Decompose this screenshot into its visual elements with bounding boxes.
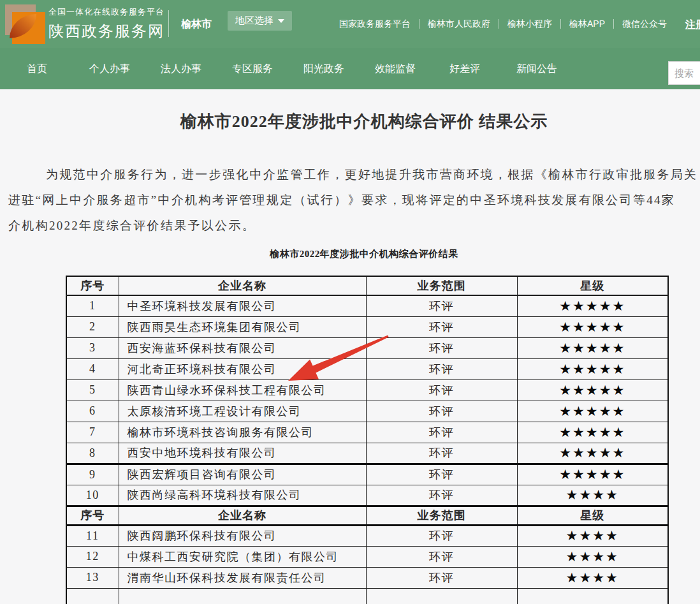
cell-company-name: 陕西宏辉项目咨询有限公司	[119, 464, 366, 485]
nav-item-efficiency[interactable]: 效能监督	[375, 63, 416, 76]
evaluation-results-table: 序号企业名称业务范围星级1中圣环境科技发展有限公司环评★★★★★2陕西雨昊生态环…	[66, 276, 669, 604]
cell-business-scope: 环评	[366, 379, 517, 401]
table-row: 11陕西阔鹏环保科技有限公司环评★★★★	[66, 525, 668, 546]
cell-business-scope: 环评	[366, 485, 517, 506]
column-header: 业务范围	[366, 276, 517, 295]
column-header: 星级	[517, 276, 668, 295]
cell-business-scope: 环评	[366, 422, 517, 443]
cell-business-scope: 环评	[366, 316, 517, 337]
cell-star-rating: ★★★★	[517, 546, 668, 567]
table-row: 8西安中地环境科技有限公司环评★★★★★	[66, 443, 668, 464]
cell-business-scope: 环评	[366, 567, 517, 588]
column-header: 企业名称	[119, 276, 366, 295]
column-header: 星级	[517, 506, 668, 525]
table-row: 7榆林市环境科技咨询服务有限公司环评★★★★★	[66, 422, 668, 443]
page-title: 榆林市2022年度涉批中介机构综合评价 结果公示	[0, 110, 700, 133]
platform-tagline: 全国一体化在线政务服务平台	[48, 6, 164, 18]
column-header: 序号	[66, 276, 119, 295]
cell-company-name: 渭南华山环保科技发展有限责任公司	[119, 567, 366, 588]
chevron-down-icon	[278, 19, 284, 23]
cell-serial-number: 12	[66, 546, 119, 567]
cell-serial-number: 10	[66, 485, 119, 506]
cell-company-name: 陕西尚绿高科环境科技有限公司	[119, 485, 366, 506]
cell-star-rating: ★★★★★	[517, 358, 668, 379]
cell-serial-number: 13	[66, 567, 119, 588]
region-selector-button[interactable]: 地区选择	[228, 11, 292, 31]
cell-serial-number: 8	[66, 443, 119, 464]
current-city-label: 榆林市	[181, 18, 212, 31]
cell-serial-number: 4	[66, 358, 119, 379]
cell-company-name: 中煤科工西安研究院（集团）有限公司	[119, 546, 366, 567]
cell-business-scope: 环评	[366, 546, 517, 567]
site-logo-icon	[5, 4, 43, 43]
cell-star-rating: ★★★★★	[517, 443, 668, 464]
site-title: 陕西政务服务网	[48, 21, 164, 41]
table-row: 2陕西雨昊生态环境集团有限公司环评★★★★★	[66, 316, 668, 337]
cell-company-name: 河北奇正环境科技有限公司	[119, 358, 366, 379]
cell-serial-number: 7	[66, 422, 119, 443]
column-header: 业务范围	[366, 506, 517, 525]
cell-business-scope: 环评	[366, 525, 517, 546]
cell-star-rating: ★★★★★	[517, 295, 668, 316]
column-header: 企业名称	[119, 506, 366, 525]
cell-star-rating: ★★★★★	[517, 464, 668, 485]
nav-item-legal-person[interactable]: 法人办事	[161, 63, 201, 76]
cell-star-rating: ★★★★★	[517, 337, 668, 358]
cell-company-name: 陕西青山绿水环保科技工程有限公司	[119, 379, 366, 401]
nav-item-news[interactable]: 新闻公告	[516, 63, 557, 76]
search-input[interactable]	[668, 61, 700, 85]
region-selector-label: 地区选择	[235, 15, 273, 27]
table-row: 1中圣环境科技发展有限公司环评★★★★★	[66, 295, 668, 316]
table-row: 12中煤科工西安研究院（集团）有限公司环评★★★★	[66, 546, 668, 567]
link-city-government[interactable]: 榆林市人民政府	[428, 18, 490, 30]
link-mini-program[interactable]: 榆林小程序	[507, 18, 552, 30]
nav-item-open-government[interactable]: 阳光政务	[303, 63, 344, 76]
cell-company-name: 西安海蓝环保科技有限公司	[119, 337, 366, 358]
link-national-platform[interactable]: 国家政务服务平台	[339, 18, 411, 30]
register-link[interactable]: 注册	[685, 18, 700, 32]
site-brand: 全国一体化在线政务服务平台 陕西政务服务网	[48, 6, 164, 41]
cell-star-rating: ★★★★	[517, 567, 668, 588]
nav-item-rating[interactable]: 好差评	[449, 63, 480, 76]
cell-company-name: 陕西雨昊生态环境集团有限公司	[119, 316, 366, 337]
announcement-page: 榆林市2022年度涉批中介机构综合评价 结果公示 为规范中介服务行为，进一步强化…	[0, 89, 700, 604]
table-row-partial	[66, 588, 668, 604]
cell-business-scope: 环评	[366, 358, 517, 379]
paragraph-line: 为规范中介服务行为，进一步强化中介监管工作，更好地提升我市营商环境，根据《榆林市…	[8, 166, 697, 183]
link-separator	[419, 19, 419, 29]
cell-company-name: 陕西阔鹏环保科技有限公司	[119, 525, 366, 546]
cell-serial-number: 11	[66, 525, 119, 546]
top-header: 全国一体化在线政务服务平台 陕西政务服务网 榆林市 地区选择 国家政务服务平台 …	[0, 0, 700, 48]
cell-empty	[366, 588, 517, 604]
cell-business-scope: 环评	[366, 464, 517, 485]
cell-serial-number: 5	[66, 379, 119, 401]
brand-divider	[168, 10, 169, 37]
table-header-row: 序号企业名称业务范围星级	[66, 276, 668, 295]
link-separator	[560, 19, 561, 29]
column-header: 序号	[66, 506, 119, 525]
cell-serial-number: 2	[66, 316, 119, 337]
cell-company-name: 西安中地环境科技有限公司	[119, 443, 366, 464]
nav-item-zone-services[interactable]: 专区服务	[232, 63, 273, 76]
nav-item-home[interactable]: 首页	[27, 63, 47, 76]
cell-serial-number: 9	[66, 464, 119, 485]
cell-empty	[66, 588, 119, 604]
cell-star-rating: ★★★★	[517, 525, 668, 546]
table-header-row: 序号企业名称业务范围星级	[66, 506, 668, 525]
cell-serial-number: 3	[66, 337, 119, 358]
nav-item-personal[interactable]: 个人办事	[89, 63, 130, 76]
link-separator	[499, 19, 499, 29]
header-links: 国家政务服务平台 榆林市人民政府 榆林小程序 榆林APP 微信公众号	[339, 0, 667, 48]
link-city-app[interactable]: 榆林APP	[569, 18, 605, 30]
cell-empty	[119, 588, 366, 604]
cell-company-name: 中圣环境科技发展有限公司	[119, 295, 366, 316]
main-navigation: 首页 个人办事 法人办事 专区服务 阳光政务 效能监督 好差评 新闻公告	[0, 48, 700, 89]
table-caption: 榆林市2022年度涉批中介机构综合评价结果	[0, 248, 700, 260]
cell-business-scope: 环评	[366, 443, 517, 464]
cell-star-rating: ★★★★★	[517, 422, 668, 443]
cell-serial-number: 6	[66, 401, 119, 422]
table-row: 13渭南华山环保科技发展有限责任公司环评★★★★	[66, 567, 668, 588]
cell-serial-number: 1	[66, 295, 119, 316]
link-wechat-official[interactable]: 微信公众号	[622, 18, 667, 30]
table-row: 6太原核清环境工程设计有限公司环评★★★★★	[66, 401, 668, 422]
